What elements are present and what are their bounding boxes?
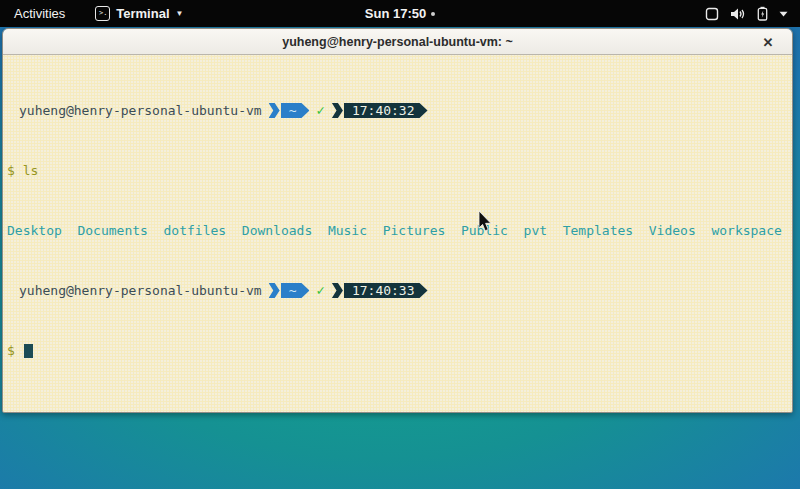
app-menu-label: Terminal [116, 6, 169, 21]
status-check-icon: ✓ [316, 283, 324, 298]
prompt-time-segment: 17:40:33 [344, 283, 428, 298]
command-line: $ ls [7, 163, 788, 178]
prompt-user-host: yuheng@henry-personal-ubuntu-vm [19, 103, 262, 118]
ls-output-line: Desktop Documents dotfiles Downloads Mus… [7, 223, 788, 238]
chevron-down-icon: ▼ [176, 9, 184, 18]
status-check-icon: ✓ [316, 103, 324, 118]
tray-chevron-icon [779, 11, 788, 17]
prompt-symbol: $ [7, 163, 15, 178]
terminal-app-icon: >. [95, 6, 110, 21]
activities-button[interactable]: Activities [10, 6, 69, 21]
powerline-chevron-icon [269, 103, 280, 118]
terminal-content[interactable]: yuheng@henry-personal-ubuntu-vm ~ ✓ 17:4… [3, 55, 792, 412]
terminal-window: yuheng@henry-personal-ubuntu-vm: ~ ✕ yuh… [2, 28, 793, 413]
powerline-chevron-icon [269, 283, 280, 298]
terminal-cursor [24, 344, 33, 358]
desktop: { "top_bar": { "activities_label": "Acti… [0, 0, 800, 489]
prompt-symbol: $ [7, 343, 15, 358]
prompt-path-segment: ~ [281, 283, 310, 298]
prompt-path-segment: ~ [281, 103, 310, 118]
prompt-user-host: yuheng@henry-personal-ubuntu-vm [19, 283, 262, 298]
input-line[interactable]: $ [7, 343, 788, 358]
window-titlebar[interactable]: yuheng@henry-personal-ubuntu-vm: ~ ✕ [3, 29, 792, 55]
command-text: ls [23, 163, 39, 178]
prompt-time-segment: 17:40:32 [344, 103, 428, 118]
close-button[interactable]: ✕ [758, 29, 778, 55]
window-title: yuheng@henry-personal-ubuntu-vm: ~ [282, 35, 513, 49]
prompt-line-2: yuheng@henry-personal-ubuntu-vm ~ ✓ 17:4… [7, 283, 788, 298]
notification-dot [431, 12, 435, 16]
ls-entries: Desktop Documents dotfiles Downloads Mus… [7, 223, 782, 238]
battery-charging-icon [757, 6, 768, 21]
app-menu-terminal[interactable]: >. Terminal ▼ [95, 6, 183, 21]
powerline-chevron-icon [332, 103, 343, 118]
volume-icon [730, 7, 746, 21]
powerline-chevron-icon [332, 283, 343, 298]
prompt-line-1: yuheng@henry-personal-ubuntu-vm ~ ✓ 17:4… [7, 103, 788, 118]
screen-icon [705, 7, 719, 21]
typed-command [15, 163, 23, 178]
gnome-top-bar: Activities >. Terminal ▼ Sun 17:50 [0, 0, 800, 27]
system-status-area[interactable] [705, 6, 788, 21]
clock[interactable]: Sun 17:50 [365, 6, 426, 21]
